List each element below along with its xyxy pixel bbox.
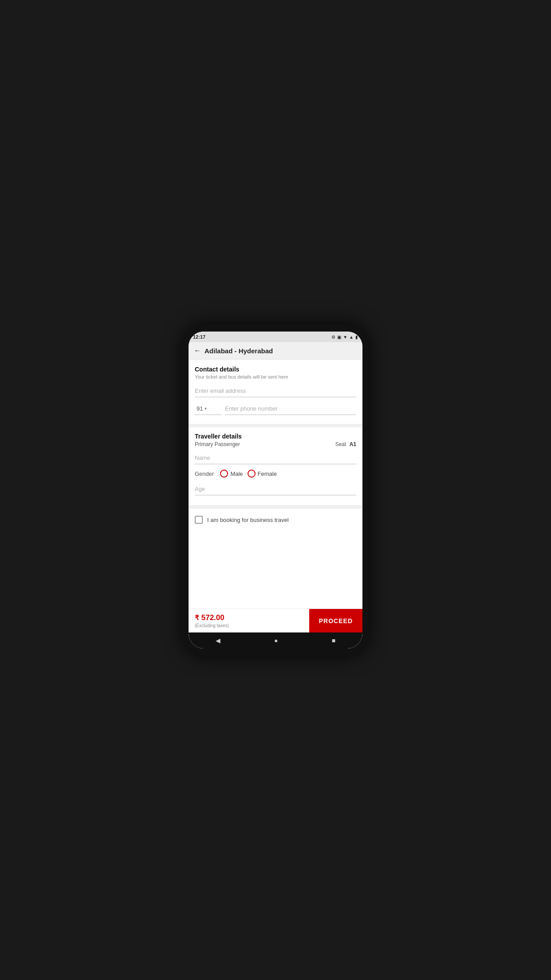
male-label: Male [230, 470, 243, 477]
country-code-value: 91 [197, 405, 203, 412]
female-radio[interactable]: Female [248, 470, 277, 478]
traveller-details-title: Traveller details [195, 433, 356, 440]
signal-icon: ▲ [349, 335, 354, 340]
gender-label: Gender [195, 470, 214, 477]
dropdown-arrow-icon: ▾ [205, 406, 207, 411]
gear-icon: ⚙ [331, 335, 335, 340]
top-bar: ← Adilabad - Hyderabad [189, 342, 362, 360]
seat-info: Seat A1 [335, 441, 356, 447]
status-bar: 12:17 ⚙ ▣ ▼ ▲ ▮ [189, 332, 362, 342]
male-radio-circle [220, 470, 228, 478]
wifi-icon: ▼ [343, 335, 347, 340]
gender-row: Gender Male Female [195, 470, 356, 478]
bottom-bar: ₹ 572.00 (Excluding taxes) PROCEED [189, 609, 362, 632]
back-button[interactable]: ← [194, 347, 201, 355]
country-code-selector[interactable]: 91 ▾ [195, 403, 221, 415]
nav-recent-icon[interactable]: ■ [332, 637, 335, 644]
page-title: Adilabad - Hyderabad [205, 347, 273, 355]
traveller-details-section: Traveller details Primary Passenger Seat… [189, 427, 362, 501]
phone-input[interactable] [225, 403, 356, 415]
sim-icon: ▣ [337, 335, 341, 340]
business-travel-label: I am booking for business travel [207, 517, 289, 523]
bottom-spacer [189, 531, 362, 538]
price-value: 572.00 [201, 613, 224, 622]
contact-details-title: Contact details [195, 366, 356, 373]
currency-symbol: ₹ [195, 614, 199, 621]
name-input[interactable] [195, 452, 356, 464]
male-radio[interactable]: Male [220, 470, 243, 478]
age-input[interactable] [195, 483, 356, 495]
primary-passenger-label: Primary Passenger [195, 441, 240, 447]
price-amount: ₹ 572.00 [195, 613, 303, 622]
nav-back-icon[interactable]: ◀ [216, 637, 220, 644]
female-label: Female [258, 470, 277, 477]
nav-bar: ◀ ● ■ [189, 632, 362, 648]
seat-number: A1 [350, 441, 356, 447]
female-radio-circle [248, 470, 256, 478]
contact-details-section: Contact details Your ticket and bus deta… [189, 360, 362, 424]
nav-home-icon[interactable]: ● [274, 637, 278, 644]
price-section: ₹ 572.00 (Excluding taxes) [189, 609, 309, 632]
business-travel-checkbox[interactable] [195, 516, 203, 524]
phone-row: 91 ▾ [195, 403, 356, 415]
status-icons: ⚙ ▣ ▼ ▲ ▮ [331, 335, 358, 340]
email-input[interactable] [195, 385, 356, 397]
main-content: Contact details Your ticket and bus deta… [189, 360, 362, 609]
seat-label: Seat [335, 441, 346, 447]
proceed-button[interactable]: PROCEED [309, 609, 362, 632]
price-note: (Excluding taxes) [195, 623, 303, 628]
phone-device: 12:17 ⚙ ▣ ▼ ▲ ▮ ← Adilabad - Hyderabad C… [182, 324, 369, 656]
battery-icon: ▮ [355, 335, 358, 340]
status-time: 12:17 [193, 334, 205, 340]
traveller-header: Primary Passenger Seat A1 [195, 441, 356, 447]
section-divider-1 [189, 424, 362, 427]
phone-screen: 12:17 ⚙ ▣ ▼ ▲ ▮ ← Adilabad - Hyderabad C… [189, 332, 362, 648]
section-divider-2 [189, 505, 362, 509]
business-travel-section[interactable]: I am booking for business travel [189, 509, 362, 531]
contact-details-subtitle: Your ticket and bus details will be sent… [195, 374, 356, 379]
